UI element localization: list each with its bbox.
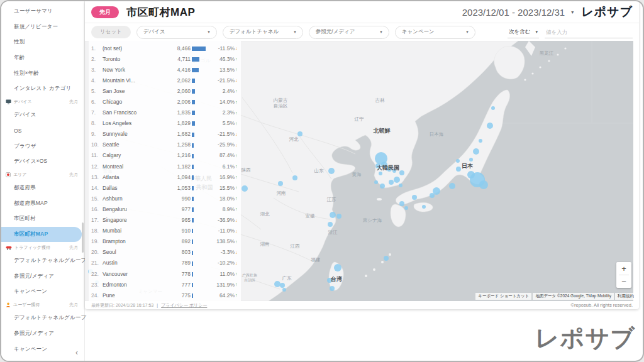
sidebar-item-12[interactable]: 都道府県 [1, 180, 84, 196]
sidebar-item-17[interactable]: デフォルトチャネルグループ [1, 253, 84, 269]
map-bubble[interactable] [330, 286, 335, 291]
row-bar [191, 282, 208, 288]
map-bubble[interactable] [278, 181, 283, 186]
map-bubble[interactable] [479, 139, 482, 143]
sidebar-item-13[interactable]: 都道府県MAP [1, 196, 84, 212]
sidebar-item-22[interactable]: 参照元/メディア [1, 326, 84, 342]
table-row: 21.Austin789-10.2%↓ [89, 258, 241, 268]
map-bubble[interactable] [479, 180, 488, 189]
sidebar: ユーザーサマリ新規／リピーター性別年齢性別×年齢インタレスト カテゴリデバイス先… [1, 1, 85, 361]
map-bubble[interactable] [384, 256, 389, 261]
sidebar-item-4[interactable]: 性別×年齢 [1, 65, 84, 81]
map-bubble[interactable] [389, 180, 394, 185]
filter-dropdown-3[interactable]: キャンペーン▾ [395, 26, 475, 39]
map-bubble[interactable] [399, 170, 404, 175]
sidebar-collapse-icon[interactable]: ‹ [75, 348, 78, 357]
user-icon [6, 302, 11, 308]
map-bubble[interactable] [330, 212, 336, 218]
sidebar-item-23[interactable]: キャンペーン [1, 341, 84, 357]
map-bubble[interactable] [328, 168, 335, 174]
map-bubble[interactable] [282, 288, 286, 292]
date-range-picker[interactable]: 2023/12/01 - 2023/12/31 ▾ [462, 7, 574, 18]
map-label: 辽宁 [355, 116, 365, 122]
map-bubble[interactable] [487, 123, 493, 129]
chevron-down-icon: ▾ [571, 9, 574, 15]
sidebar-item-15[interactable]: 市区町村MAP [1, 227, 82, 243]
map-label: 黄海 [352, 172, 362, 177]
map-bubble[interactable] [399, 184, 402, 187]
filter-dropdown-2[interactable]: 参照元/メディア▾ [309, 26, 389, 39]
map-label: 浙江 [328, 229, 338, 235]
terms-link[interactable]: 利用規約 [615, 293, 636, 300]
map-bubble[interactable] [422, 205, 426, 209]
map-bubble[interactable] [297, 131, 303, 136]
filter-dropdown-label: デフォルトチャネル [230, 28, 279, 36]
map-bubble[interactable] [473, 148, 479, 155]
zoom-out-button[interactable]: − [616, 275, 631, 288]
map-bubble[interactable] [379, 172, 382, 175]
map-bubble[interactable] [469, 158, 473, 162]
map-bubble[interactable] [328, 222, 333, 227]
row-bar [191, 99, 208, 105]
arrow-up-icon: ↑ [235, 185, 241, 190]
map-bubble[interactable] [404, 206, 408, 210]
keyboard-shortcuts-link[interactable]: キーボード ショートカット [475, 293, 531, 300]
map-label: 河北 [289, 136, 299, 142]
sidebar-item-8[interactable]: OS [1, 123, 84, 139]
map-bubble[interactable] [449, 183, 455, 189]
map-bubble[interactable] [380, 184, 385, 189]
row-percent: 14.0% [208, 99, 235, 105]
row-bar [191, 131, 208, 137]
map-bubble[interactable] [280, 283, 285, 288]
sidebar-item-19[interactable]: キャンペーン [1, 284, 84, 300]
map-bubble[interactable] [412, 195, 417, 200]
map-bubble[interactable] [491, 106, 495, 110]
map-bubble[interactable] [399, 201, 404, 206]
sidebar-item-7[interactable]: デバイス [1, 107, 84, 123]
sidebar-item-0[interactable]: ユーザーサマリ [1, 4, 84, 19]
arrow-up-icon: ↑ [235, 272, 241, 276]
row-percent: 15.5% [208, 185, 235, 191]
filter-dropdown-0[interactable]: デバイス▾ [136, 26, 217, 39]
map-bubble[interactable] [456, 167, 461, 172]
reset-button[interactable]: リセット [91, 26, 131, 38]
sidebar-item-21[interactable]: デフォルトチャネルグループ [1, 310, 84, 326]
match-type-dropdown[interactable]: 次を含む ▾ [508, 26, 539, 38]
match-type-label: 次を含む [509, 28, 530, 36]
map-bubble[interactable] [394, 177, 400, 183]
row-rank: 5. [89, 88, 100, 94]
map-bubble[interactable] [430, 193, 435, 198]
sidebar-section-period: 先月 [69, 244, 78, 251]
map-bubble[interactable] [292, 175, 297, 180]
map-bubble[interactable] [334, 264, 341, 272]
sidebar-item-2[interactable]: 性別 [1, 35, 84, 50]
table-row: 17.Singapore965-36.9%↓ [89, 215, 241, 226]
sidebar-item-10[interactable]: デバイス×OS [1, 154, 84, 170]
row-bar [191, 271, 208, 277]
sidebar-section-label: ユーザー獲得 [13, 302, 40, 308]
row-city: New York [100, 67, 168, 73]
sidebar-item-14[interactable]: 市区町村 [1, 211, 84, 227]
row-value: 1,829 [168, 120, 191, 126]
sidebar-item-9[interactable]: ブラウザ [1, 138, 84, 154]
sidebar-scrollbar[interactable] [82, 222, 84, 253]
map-bubble[interactable] [456, 159, 460, 163]
map-bubble[interactable] [374, 180, 378, 184]
sidebar-item-1[interactable]: 新規／リピーター [1, 19, 84, 35]
filter-value-input[interactable] [545, 26, 633, 38]
map-bubble[interactable] [242, 185, 248, 192]
zoom-in-button[interactable]: + [616, 262, 631, 275]
sidebar-item-18[interactable]: 参照元/メディア [1, 268, 84, 284]
row-bar [191, 217, 208, 223]
sidebar-item-3[interactable]: 年齢 [1, 50, 84, 66]
row-rank: 9. [89, 131, 100, 137]
row-rank: 8. [89, 120, 100, 126]
map-bubble[interactable] [336, 214, 341, 219]
privacy-policy-link[interactable]: プライバシー ポリシー [161, 302, 207, 309]
map-bubble[interactable] [274, 281, 280, 287]
sidebar-item-5[interactable]: インタレスト カテゴリ [1, 81, 84, 97]
filter-dropdown-1[interactable]: デフォルトチャネル▾ [223, 26, 303, 39]
row-rank: 16. [89, 206, 100, 212]
map-bubble[interactable] [467, 171, 475, 178]
arrow-up-icon: ↑ [235, 57, 241, 61]
